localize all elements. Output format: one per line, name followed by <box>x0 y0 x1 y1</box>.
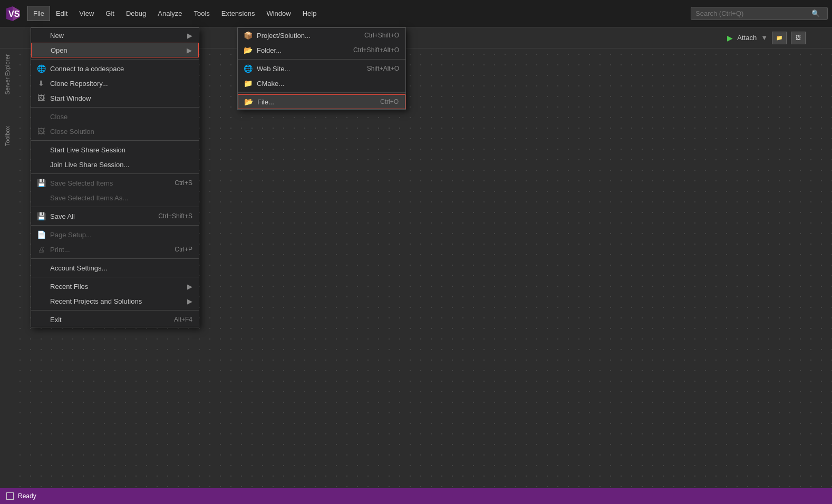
svg-text:VS: VS <box>8 9 20 18</box>
menu-git[interactable]: Git <box>100 6 120 21</box>
file-menu-save-all[interactable]: 💾 Save All Ctrl+Shift+S <box>31 209 199 224</box>
save-items-icon: 💾 <box>36 179 46 187</box>
search-icon: 🔍 <box>811 9 820 17</box>
save-all-icon: 💾 <box>36 212 46 220</box>
attach-dropdown-icon[interactable]: ▼ <box>761 34 768 42</box>
project-solution-icon: 📦 <box>243 31 253 40</box>
menu-extensions[interactable]: Extensions <box>216 6 261 21</box>
file-menu-connect-codespace[interactable]: 🌐 Connect to a codespace <box>31 61 199 76</box>
file-menu-live-share[interactable]: Start Live Share Session <box>31 142 199 157</box>
open-cmake[interactable]: 📁 CMake... <box>238 76 405 91</box>
attach-label[interactable]: Attach <box>737 34 757 42</box>
menu-edit[interactable]: Edit <box>50 6 73 21</box>
file-menu-print: 🖨 Print... Ctrl+P <box>31 242 199 257</box>
separator-1 <box>31 59 199 60</box>
file-menu-recent-projects[interactable]: Recent Projects and Solutions ▶ <box>31 294 199 308</box>
menu-debug[interactable]: Debug <box>120 6 152 21</box>
start-window-icon: 🖼 <box>36 94 46 102</box>
open-folder[interactable]: 📂 Folder... Ctrl+Shift+Alt+O <box>238 43 405 57</box>
separator-7 <box>31 258 199 259</box>
file-menu-close-solution: 🖼 Close Solution <box>31 124 199 139</box>
menu-analyze[interactable]: Analyze <box>152 6 188 21</box>
file-menu-start-window[interactable]: 🖼 Start Window <box>31 91 199 105</box>
menu-items: File Edit View Git Debug Analyze Tools E… <box>27 6 322 21</box>
search-input[interactable] <box>695 9 811 17</box>
sidebar-tab-toolbox[interactable]: Toolbox <box>2 121 13 151</box>
file-menu-exit[interactable]: Exit Alt+F4 <box>31 312 199 327</box>
toolbar-icon-2[interactable]: 🖼 <box>791 32 806 44</box>
file-menu-page-setup: 📄 Page Setup... <box>31 227 199 242</box>
separator-4 <box>31 173 199 174</box>
page-setup-icon: 📄 <box>36 230 46 239</box>
open-project-solution[interactable]: 📦 Project/Solution... Ctrl+Shift+O <box>238 28 405 43</box>
vs-logo: VS <box>4 4 23 23</box>
menu-bar: VS File Edit View Git Debug Analyze Tool… <box>0 0 832 27</box>
search-bar[interactable]: 🔍 <box>691 7 828 20</box>
file-menu-save-items: 💾 Save Selected Items Ctrl+S <box>31 176 199 190</box>
open-separator-1 <box>238 59 405 60</box>
open-website[interactable]: 🌐 Web Site... Shift+Alt+O <box>238 61 405 76</box>
open-file[interactable]: 📂 File... Ctrl+O <box>238 94 405 109</box>
clone-icon: ⬇ <box>36 79 46 88</box>
toolbar-icon-1[interactable]: 📁 <box>772 32 787 44</box>
menu-help[interactable]: Help <box>297 6 323 21</box>
separator-3 <box>31 140 199 141</box>
status-icon <box>6 492 14 500</box>
menu-file[interactable]: File <box>27 6 50 21</box>
menu-view[interactable]: View <box>73 6 100 21</box>
connect-icon: 🌐 <box>36 64 46 73</box>
separator-2 <box>31 107 199 108</box>
left-sidebar: Server Explorer Toolbox <box>0 49 15 488</box>
file-menu-save-items-as: Save Selected Items As... <box>31 190 199 205</box>
file-menu-close: Close <box>31 109 199 124</box>
file-menu-join-live-share[interactable]: Join Live Share Session... <box>31 157 199 172</box>
status-bar: Ready <box>0 488 832 504</box>
close-solution-icon: 🖼 <box>36 127 46 135</box>
folder-icon: 📂 <box>243 46 253 54</box>
separator-6 <box>31 225 199 226</box>
cmake-icon: 📁 <box>243 79 253 88</box>
menu-window[interactable]: Window <box>260 6 296 21</box>
open-submenu: 📦 Project/Solution... Ctrl+Shift+O 📂 Fol… <box>237 27 406 110</box>
file-menu-account-settings[interactable]: Account Settings... <box>31 260 199 275</box>
menu-tools[interactable]: Tools <box>188 6 216 21</box>
file-menu-clone-repo[interactable]: ⬇ Clone Repository... <box>31 76 199 91</box>
sidebar-tab-server-explorer[interactable]: Server Explorer <box>2 49 13 100</box>
website-icon: 🌐 <box>243 64 253 73</box>
file-menu-recent-files[interactable]: Recent Files ▶ <box>31 279 199 294</box>
status-label: Ready <box>18 492 36 500</box>
separator-5 <box>31 207 199 207</box>
file-menu-open[interactable]: Open ▶ <box>31 43 199 57</box>
file-menu: New ▶ Open ▶ 🌐 Connect to a codespace ⬇ … <box>31 27 199 327</box>
file-open-icon: 📂 <box>244 98 253 106</box>
separator-9 <box>31 310 199 311</box>
open-separator-2 <box>238 92 405 93</box>
separator-8 <box>31 277 199 277</box>
print-icon: 🖨 <box>36 245 46 254</box>
attach-play-icon: ▶ <box>727 34 733 42</box>
file-menu-new[interactable]: New ▶ <box>31 28 199 43</box>
